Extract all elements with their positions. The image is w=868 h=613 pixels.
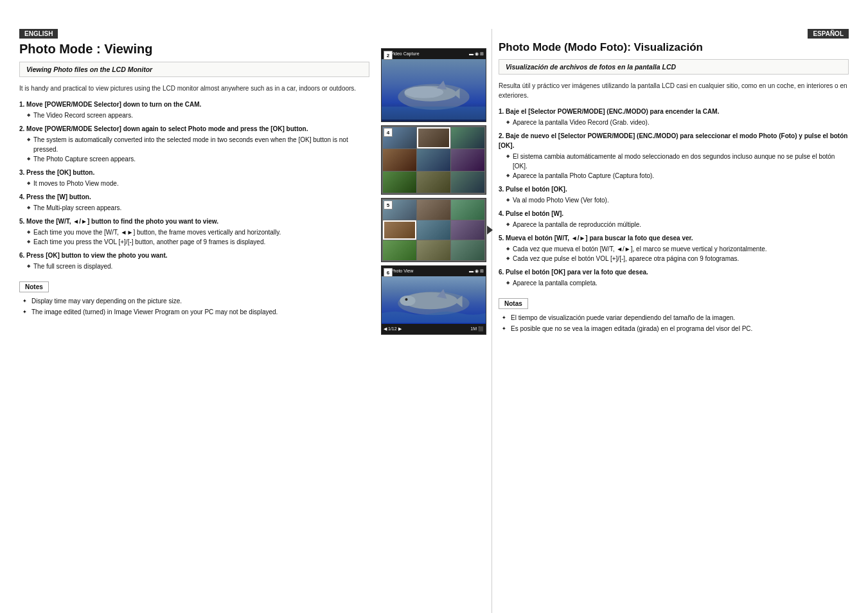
left-notes-list: Display time may vary depending on the p… <box>19 296 369 317</box>
cam-ui-bottom-6: ◀ 1/12 ▶ 1M ⬛ <box>382 324 486 334</box>
notes-item: The image edited (turned) in Image Viewe… <box>22 307 369 317</box>
bullet-item: The Video Record screen appears. <box>27 111 369 120</box>
grid-cell <box>383 220 416 240</box>
left-step-4-title: 4. Press the [W] button. <box>19 193 91 200</box>
image-badge-5: 5 <box>384 200 393 209</box>
left-step-3-title: 3. Press the [OK] button. <box>19 169 94 176</box>
right-step-3-bullets: Va al modo Photo View (Ver foto). <box>499 195 849 205</box>
grid-cell <box>417 220 450 240</box>
camera-image-4: 4 <box>381 125 486 195</box>
left-step-5-title: 5. Move the [W/T, ◄/►] button to find th… <box>19 218 218 225</box>
photo-grid-5 <box>382 199 486 262</box>
right-step-1-title: 1. Baje el [Selector POWER/MODE] (ENC./M… <box>499 108 719 115</box>
grid-cell <box>451 149 484 170</box>
left-step-4-bullets: The Multi-play screen appears. <box>19 203 369 213</box>
bullet-item: It moves to Photo View mode. <box>27 179 369 188</box>
camera-image-5-container: 5 <box>381 198 486 262</box>
right-step-4-title: 4. Pulse el botón [W]. <box>499 210 563 217</box>
right-step-6: 6. Pulse el botón [OK] para ver la foto … <box>499 267 849 288</box>
bullet-item: Aparece la pantalla completa. <box>506 278 849 288</box>
right-step-5: 5. Mueva el botón [W/T, ◄/►] para buscar… <box>499 233 849 263</box>
grid-cell <box>383 240 416 260</box>
grid-cell <box>451 172 484 193</box>
grid-cell <box>417 172 450 193</box>
english-badge: ENGLISH <box>19 29 58 39</box>
photo-info: ◀ 1/12 ▶ <box>384 326 402 332</box>
right-step-4-bullets: Aparece la pantalla de reproducción múlt… <box>499 220 849 229</box>
svg-point-10 <box>400 296 415 306</box>
center-images: 2 📷 Video Capture ▬ ◉ ⊞ <box>376 29 492 613</box>
left-section-title: Photo Mode : Viewing <box>19 41 369 57</box>
camera-image-6: 6 📷 Photo View ▬ ◉ ⊞ <box>381 265 486 335</box>
espanol-badge: ESPAÑOL <box>808 29 849 39</box>
left-intro-text: It is handy and practical to view pictur… <box>19 84 369 93</box>
image-badge-6: 6 <box>384 268 393 277</box>
main-content: ENGLISH Photo Mode : Viewing Viewing Pho… <box>19 29 849 613</box>
bullet-item: Aparece la pantalla de reproducción múlt… <box>506 220 849 229</box>
bullet-item: Aparece la pantalla Video Record (Grab. … <box>506 118 849 127</box>
image-badge-2: 2 <box>384 51 393 60</box>
left-step-6: 6. Press [OK] button to view the photo y… <box>19 251 369 271</box>
bullet-item: Cada vez que mueva el botón [W/T, ◄/►], … <box>506 244 849 254</box>
left-step-3: 3. Press the [OK] button. It moves to Ph… <box>19 168 369 188</box>
dolphin-svg <box>382 59 486 121</box>
right-notes-list: El tiempo de visualización puede variar … <box>499 313 849 333</box>
left-step-1: 1. Move [POWER/MODE Selector] down to tu… <box>19 100 369 120</box>
grid-cell <box>451 240 484 260</box>
grid-cell <box>383 149 416 170</box>
right-step-2: 2. Baje de nuevo el [Selector POWER/MODE… <box>499 131 849 181</box>
left-step-3-bullets: It moves to Photo View mode. <box>19 179 369 188</box>
grid-cell <box>451 200 484 220</box>
bullet-item: The system is automatically converted in… <box>27 135 369 154</box>
cam-indicators-6: ▬ ◉ ⊞ <box>469 269 484 274</box>
cam-ui-top-6: 📷 Photo View ▬ ◉ ⊞ <box>382 266 486 276</box>
photo-grid <box>382 126 486 194</box>
right-step-1: 1. Baje el [Selector POWER/MODE] (ENC./M… <box>499 107 849 127</box>
grid-cell <box>417 200 450 220</box>
notes-item-r2: Es posible que no se vea la imagen edita… <box>502 324 849 333</box>
left-step-5-bullets: Each time you move the [W/T, ◄►] button,… <box>19 227 369 247</box>
left-step-6-bullets: The full screen is displayed. <box>19 262 369 271</box>
left-step-6-title: 6. Press [OK] button to view the photo y… <box>19 252 168 259</box>
photo-size: 1M ⬛ <box>470 326 484 332</box>
left-step-2-bullets: The system is automatically converted in… <box>19 135 369 164</box>
bullet-item: El sistema cambia automáticamente al mod… <box>506 152 849 171</box>
svg-point-11 <box>405 298 407 301</box>
dolphin-image <box>382 59 486 121</box>
left-subsection-title: Viewing Photo files on the LCD Monitor <box>19 62 369 77</box>
right-subsection-title: Visualización de archivos de fotos en la… <box>499 59 849 75</box>
grid-cell <box>451 220 484 240</box>
right-step-2-bullets: El sistema cambia automáticamente al mod… <box>499 152 849 181</box>
left-step-2: 2. Move [POWER/MODE Selector] down again… <box>19 124 369 164</box>
left-step-5: 5. Move the [W/T, ◄/►] button to find th… <box>19 217 369 247</box>
bullet-item: Aparece la pantalla Photo Capture (Captu… <box>506 171 849 181</box>
right-step-4: 4. Pulse el botón [W]. Aparece la pantal… <box>499 209 849 229</box>
bullet-item: The Photo Capture screen appears. <box>27 154 369 164</box>
notes-item: Display time may vary depending on the p… <box>22 296 369 306</box>
right-step-6-title: 6. Pulse el botón [OK] para ver la foto … <box>499 269 648 276</box>
bullet-item: Each time you move the [W/T, ◄►] button,… <box>27 227 369 237</box>
left-column: ENGLISH Photo Mode : Viewing Viewing Pho… <box>19 29 376 613</box>
grid-cell <box>417 127 450 148</box>
grid-cell <box>451 127 484 148</box>
cam-ui-top: 📷 Video Capture ▬ ◉ ⊞ <box>382 49 486 59</box>
notes-label: Notes <box>19 281 49 292</box>
grid-cell <box>417 240 450 260</box>
left-step-1-title: 1. Move [POWER/MODE Selector] down to tu… <box>19 101 201 108</box>
bullet-item: The Multi-play screen appears. <box>27 203 369 213</box>
notas-label: Notas <box>499 298 528 309</box>
grid-cell <box>417 149 450 170</box>
right-section-title: Photo Mode (Modo Foto): Visualización <box>499 41 849 54</box>
right-step-5-bullets: Cada vez que mueva el botón [W/T, ◄/►], … <box>499 244 849 263</box>
right-step-6-bullets: Aparece la pantalla completa. <box>499 278 849 288</box>
cam-indicators: ▬ ◉ ⊞ <box>469 51 484 57</box>
left-step-1-bullets: The Video Record screen appears. <box>19 111 369 120</box>
left-step-4: 4. Press the [W] button. The Multi-play … <box>19 192 369 213</box>
right-step-2-title: 2. Baje de nuevo el [Selector POWER/MODE… <box>499 132 847 149</box>
left-steps-list: 1. Move [POWER/MODE Selector] down to tu… <box>19 100 369 271</box>
grid-cell <box>383 172 416 193</box>
notes-item-r1: El tiempo de visualización puede variar … <box>502 313 849 323</box>
image-badge-4: 4 <box>384 128 393 137</box>
page-container: ENGLISH Photo Mode : Viewing Viewing Pho… <box>0 0 868 613</box>
right-intro-text: Resulta útil y práctico ver imágenes uti… <box>499 81 849 100</box>
